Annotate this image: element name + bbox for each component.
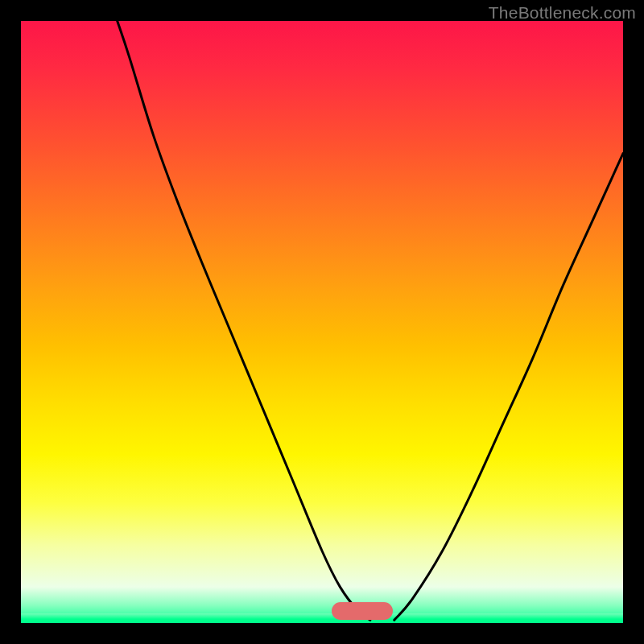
- watermark-text: TheBottleneck.com: [489, 3, 636, 23]
- left-curve: [118, 21, 370, 620]
- chart-frame: TheBottleneck.com: [0, 0, 644, 644]
- right-curve: [394, 154, 623, 621]
- optimal-marker: [332, 602, 393, 620]
- bottleneck-curves: [21, 21, 623, 623]
- plot-area: [21, 21, 623, 623]
